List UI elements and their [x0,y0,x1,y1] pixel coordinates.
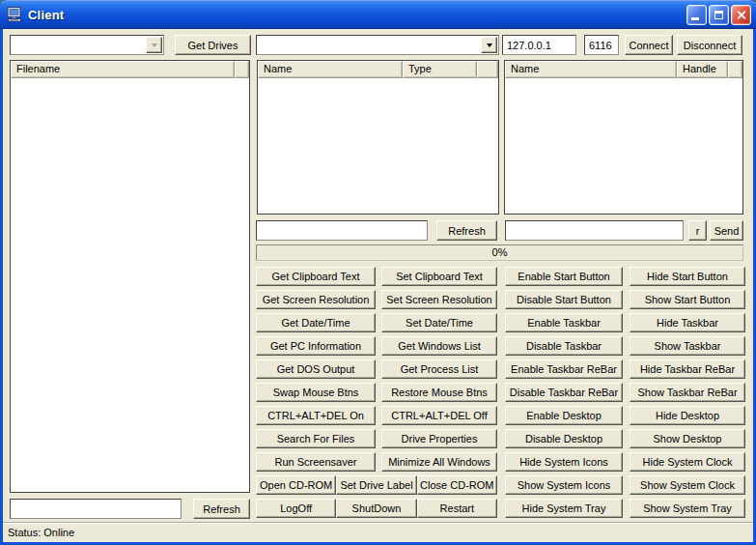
title-bar[interactable]: Client [0,0,756,29]
button-column-4: Hide Start Button Show Start Button Hide… [630,267,745,518]
drive-combo-value [11,36,145,54]
drive-combo-dropdown-button[interactable] [146,37,162,53]
show-start-button-button[interactable]: Show Start Button [630,290,745,309]
path-combo-dropdown-button[interactable] [481,37,497,53]
get-date-time-button[interactable]: Get Date/Time [256,313,376,332]
client-area: Get Drives Connect Disconnect Filename N… [3,29,753,542]
swap-mouse-btns-button[interactable]: Swap Mouse Btns [256,383,376,402]
client-window: Client Get Drives Connect Disconnect Fil… [0,0,756,545]
disconnect-button[interactable]: Disconnect [677,35,742,55]
column-header-name[interactable]: Name [505,61,677,78]
drive-properties-button[interactable]: Drive Properties [381,429,497,448]
set-clipboard-text-button[interactable]: Set Clipboard Text [381,267,497,286]
column-header-type[interactable]: Type [403,61,477,78]
ctrl-alt-del-off-button[interactable]: CTRL+ALT+DEL Off [381,406,497,425]
logoff-button[interactable]: LogOff [256,499,336,518]
file-refresh-button[interactable]: Refresh [193,499,250,519]
file-list-body[interactable] [11,78,249,492]
process-list-body[interactable] [505,78,742,214]
process-list-header: Name Handle [505,61,742,78]
hide-start-button-button[interactable]: Hide Start Button [630,267,745,286]
send-button[interactable]: Send [710,220,743,241]
get-pc-information-button[interactable]: Get PC Information [256,336,376,356]
show-system-tray-button[interactable]: Show System Tray [630,499,745,518]
send-input[interactable] [505,220,684,241]
search-for-files-button[interactable]: Search For Files [256,429,376,448]
hide-taskbar-button[interactable]: Hide Taskbar [630,313,745,332]
show-taskbar-rebar-button[interactable]: Show Taskbar ReBar [630,383,745,402]
enable-taskbar-button[interactable]: Enable Taskbar [505,313,623,332]
enable-start-button-button[interactable]: Enable Start Button [505,267,623,286]
button-column-2: Set Clipboard Text Set Screen Resolution… [381,267,497,472]
hide-desktop-button[interactable]: Hide Desktop [630,406,745,425]
ctrl-alt-del-on-button[interactable]: CTRL+ALT+DEL On [256,406,376,425]
button-column-1: Get Clipboard Text Get Screen Resolution… [256,267,376,472]
disable-taskbar-rebar-button[interactable]: Disable Taskbar ReBar [505,383,623,402]
column-header-filler [728,61,742,78]
chevron-down-icon [487,43,492,50]
column-header-filler [235,61,249,78]
disable-start-button-button[interactable]: Disable Start Button [505,290,623,309]
windows-list-body[interactable] [258,78,498,214]
connect-button[interactable]: Connect [625,35,673,55]
show-taskbar-button[interactable]: Show Taskbar [630,336,745,356]
path-combo[interactable] [256,35,499,55]
chevron-down-icon [152,43,157,50]
get-process-list-button[interactable]: Get Process List [381,359,497,379]
ip-address-field[interactable] [502,35,576,55]
get-drives-button[interactable]: Get Drives [175,35,251,55]
cd-rom-row: Open CD-ROM Set Drive Label Close CD-ROM [256,475,497,495]
close-button[interactable] [731,5,751,25]
show-desktop-button[interactable]: Show Desktop [630,429,745,448]
enable-desktop-button[interactable]: Enable Desktop [505,406,623,425]
open-cd-rom-button[interactable]: Open CD-ROM [256,475,336,495]
path-combo-value [257,36,480,54]
shutdown-button[interactable]: ShutDown [336,499,416,518]
file-filter-input[interactable] [10,499,182,519]
windows-filter-input[interactable] [256,220,428,241]
window-title: Client [28,8,686,22]
windows-refresh-button[interactable]: Refresh [436,220,497,241]
hide-system-icons-button[interactable]: Hide System Icons [505,452,623,472]
minimize-all-windows-button[interactable]: Minimize All Windows [381,452,497,472]
restart-button[interactable]: Restart [417,499,497,518]
disable-taskbar-button[interactable]: Disable Taskbar [505,336,623,356]
set-drive-label-button[interactable]: Set Drive Label [336,475,416,495]
close-cd-rom-button[interactable]: Close CD-ROM [417,475,497,495]
show-system-icons-button[interactable]: Show System Icons [505,475,623,495]
computer-icon [7,7,23,22]
close-icon [736,10,746,20]
set-screen-resolution-button[interactable]: Set Screen Resolution [381,290,497,309]
get-windows-list-button[interactable]: Get Windows List [381,336,497,356]
windows-list-header: Name Type [258,61,498,78]
column-header-filler [477,61,498,78]
r-button[interactable]: r [688,220,707,241]
file-list[interactable]: Filename [10,60,250,493]
process-list[interactable]: Name Handle [504,60,743,215]
hide-taskbar-rebar-button[interactable]: Hide Taskbar ReBar [630,359,745,379]
show-system-clock-button[interactable]: Show System Clock [630,475,745,495]
minimize-button[interactable] [686,5,707,25]
hide-system-clock-button[interactable]: Hide System Clock [630,452,745,472]
get-screen-resolution-button[interactable]: Get Screen Resolution [256,290,376,309]
disable-desktop-button[interactable]: Disable Desktop [505,429,623,448]
column-header-name[interactable]: Name [258,61,403,78]
column-header-filename[interactable]: Filename [11,61,235,78]
windows-list[interactable]: Name Type [257,60,499,215]
get-clipboard-text-button[interactable]: Get Clipboard Text [256,267,376,286]
restore-mouse-btns-button[interactable]: Restore Mouse Btns [381,383,497,402]
minimize-icon [691,17,699,20]
run-screensaver-button[interactable]: Run Screensaver [256,452,376,472]
set-date-time-button[interactable]: Set Date/Time [381,313,497,332]
get-dos-output-button[interactable]: Get DOS Output [256,359,376,379]
progress-label: 0% [492,246,508,258]
enable-taskbar-rebar-button[interactable]: Enable Taskbar ReBar [505,359,623,379]
file-list-header: Filename [11,61,249,78]
status-bar: Status: Online [3,522,753,542]
maximize-button[interactable] [709,5,729,25]
status-text: Status: Online [8,527,74,538]
column-header-handle[interactable]: Handle [677,61,728,78]
port-field[interactable] [584,35,619,55]
drive-combo[interactable] [10,35,164,55]
hide-system-tray-button[interactable]: Hide System Tray [505,499,623,518]
